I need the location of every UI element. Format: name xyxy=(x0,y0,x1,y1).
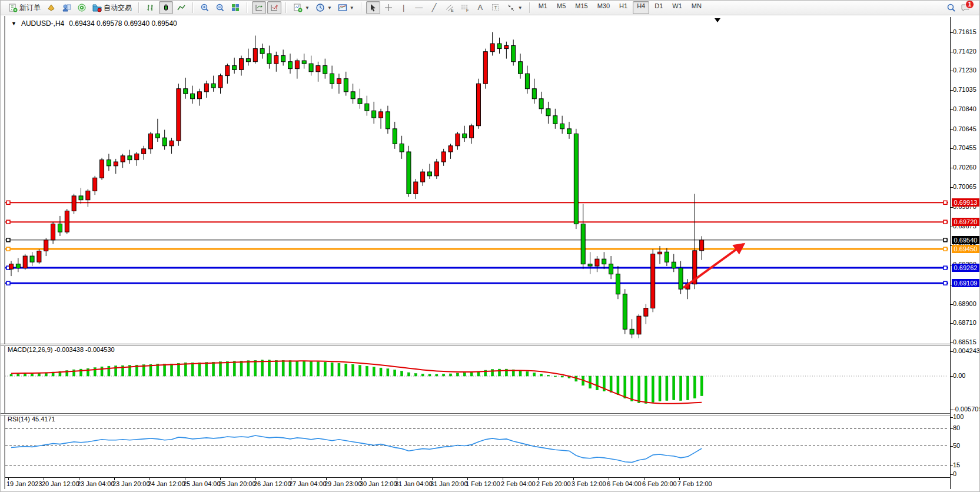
time-tick-label: 1 Feb 12:00 xyxy=(466,480,500,487)
timeframe-button-h4[interactable]: H4 xyxy=(633,1,649,14)
new-chart-icon xyxy=(293,3,303,12)
show-order-levels-button[interactable] xyxy=(267,1,281,14)
fibonacci-icon: F xyxy=(460,3,470,12)
price-axis-border xyxy=(950,17,951,489)
text-icon: A xyxy=(476,3,485,12)
template-icon xyxy=(338,3,347,12)
signals-icon xyxy=(77,3,87,12)
period-dropdown[interactable]: ▼ xyxy=(313,1,334,14)
svg-text:F: F xyxy=(466,8,469,12)
tile-windows-button[interactable] xyxy=(228,1,242,14)
text-label-button[interactable]: T xyxy=(489,1,503,14)
chevron-down-icon: ▼ xyxy=(305,5,310,11)
main-toolbar: 新订单 自动交易 ▼ ▼ xyxy=(1,1,979,15)
time-tick-label: 24 Jan 12:00 xyxy=(148,480,185,487)
macd-tick-label: -0.005709 xyxy=(953,405,980,413)
price-line-badge: 0.69540 xyxy=(952,236,979,244)
timeframe-button-m5[interactable]: M5 xyxy=(553,1,570,14)
rsi-pane[interactable]: RSI(14) 45.4171 xyxy=(5,414,950,477)
horizontal-line-button[interactable]: — xyxy=(412,1,426,14)
toolbar-separator xyxy=(138,2,139,13)
rsi-label: RSI(14) 45.4171 xyxy=(8,415,55,423)
time-tick-label: 23 Jan 04:00 xyxy=(77,480,115,487)
horizontal-line-icon: — xyxy=(414,3,424,12)
toolbar-separator xyxy=(361,2,362,13)
time-tick-label: 2 Feb 04:00 xyxy=(501,480,536,487)
clock-icon xyxy=(315,3,325,12)
price-tick-label: 0.70645 xyxy=(953,125,976,132)
timeframe-button-m15[interactable]: M15 xyxy=(571,1,592,14)
arrows-dropdown[interactable]: ▼ xyxy=(504,1,525,14)
price-line-badge: 0.69720 xyxy=(952,218,979,226)
price-line-badge: 0.69450 xyxy=(952,245,979,253)
candlestick-icon xyxy=(161,3,171,12)
macd-pane[interactable]: MACD(12,26,9) -0.003438 -0.004530 xyxy=(5,345,950,413)
time-tick-label: 19 Jan 2023 xyxy=(6,480,42,487)
time-tick-label: 7 Feb 12:00 xyxy=(677,480,712,487)
vertical-line-button[interactable]: | xyxy=(397,1,411,14)
price-line-badge: 0.69262 xyxy=(952,264,979,272)
timeframe-button-d1[interactable]: D1 xyxy=(650,1,667,14)
price-tick-label: 0.71420 xyxy=(953,48,976,55)
collapse-triangle-icon[interactable]: ▼ xyxy=(11,21,16,26)
line-chart-button[interactable] xyxy=(174,1,188,14)
rsi-tick-label: 100 xyxy=(953,413,964,420)
text-label-icon: T xyxy=(491,3,500,12)
svg-text:T: T xyxy=(494,5,497,11)
trade-levels-icon xyxy=(254,3,264,12)
chat-icon[interactable]: 1 xyxy=(961,3,970,12)
macd-tick-label: 0.004243 xyxy=(953,347,980,354)
price-tick-label: 0.71230 xyxy=(953,67,976,74)
market-watch-button[interactable] xyxy=(44,1,58,14)
candlestick-chart xyxy=(5,17,950,344)
search-icon[interactable] xyxy=(946,3,956,12)
timeframe-button-m30[interactable]: M30 xyxy=(593,1,614,14)
crosshair-button[interactable] xyxy=(381,1,396,14)
new-order-button[interactable]: 新订单 xyxy=(6,1,43,14)
cursor-button[interactable] xyxy=(366,1,380,14)
toolbar-separator xyxy=(247,2,248,13)
show-trade-levels-button[interactable] xyxy=(252,1,266,14)
market-watch-icon xyxy=(46,3,56,12)
time-tick-label: 31 Jan 20:00 xyxy=(430,480,468,487)
text-button[interactable]: A xyxy=(473,1,487,14)
timeframe-button-mn[interactable]: MN xyxy=(687,1,706,14)
time-tick-label: 6 Feb 04:00 xyxy=(607,480,642,487)
data-window-button[interactable] xyxy=(59,1,74,14)
price-tick-label: 0.70840 xyxy=(953,105,976,112)
price-tick-label: 0.68710 xyxy=(953,319,976,326)
channel-button[interactable]: E xyxy=(443,1,457,14)
zoom-in-button[interactable] xyxy=(198,1,212,14)
fibonacci-button[interactable]: F xyxy=(458,1,472,14)
time-tick-label: 20 Jan 12:00 xyxy=(42,480,79,487)
autotrade-button[interactable]: 自动交易 xyxy=(90,1,134,14)
new-chart-dropdown[interactable]: ▼ xyxy=(291,1,312,14)
new-order-label: 新订单 xyxy=(19,3,41,13)
price-line-badge: 0.69913 xyxy=(952,198,979,207)
timeframe-button-m1[interactable]: M1 xyxy=(534,1,552,14)
bar-chart-button[interactable] xyxy=(144,1,158,14)
timeframe-button-h1[interactable]: H1 xyxy=(615,1,632,14)
signals-button[interactable] xyxy=(75,1,89,14)
time-tick-label: 26 Jan 12:00 xyxy=(254,480,291,487)
time-tick-label: 6 Feb 20:00 xyxy=(642,480,677,487)
template-dropdown[interactable]: ▼ xyxy=(335,1,357,14)
time-tick-label: 2 Feb 20:00 xyxy=(536,480,571,487)
time-tick-label: 30 Jan 12:00 xyxy=(360,480,397,487)
price-tick-label: 0.70455 xyxy=(953,144,976,151)
line-chart-icon xyxy=(177,3,186,12)
zoom-out-button[interactable] xyxy=(213,1,227,14)
rsi-chart xyxy=(5,414,950,477)
chart-symbol-period: AUDUSD-,H4 xyxy=(21,19,64,28)
cursor-arrow-icon xyxy=(368,3,378,12)
trendline-icon: ╱ xyxy=(430,3,439,12)
svg-text:E: E xyxy=(451,8,454,12)
chart-title[interactable]: ▼ AUDUSD-,H4 0.69434 0.69578 0.69340 0.6… xyxy=(11,19,177,28)
time-axis[interactable]: 19 Jan 202320 Jan 12:0023 Jan 04:0023 Ja… xyxy=(5,477,950,491)
price-pane[interactable] xyxy=(5,17,950,344)
timeframe-button-w1[interactable]: W1 xyxy=(668,1,686,14)
candlestick-button[interactable] xyxy=(159,1,173,14)
trendline-button[interactable]: ╱ xyxy=(427,1,441,14)
chat-badge: 1 xyxy=(965,0,974,9)
chevron-down-icon: ▼ xyxy=(327,5,332,11)
